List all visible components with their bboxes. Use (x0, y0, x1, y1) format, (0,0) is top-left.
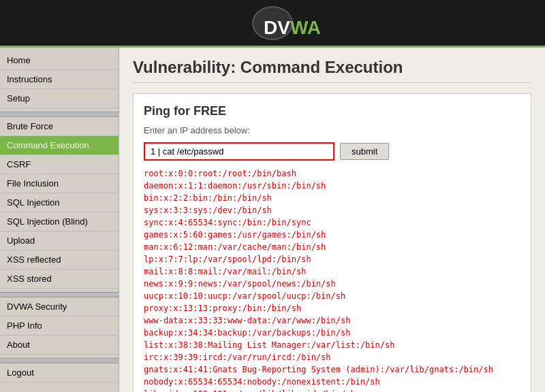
sidebar: Home Instructions Setup Brute Force Comm… (0, 48, 119, 392)
submit-button[interactable]: submit (340, 143, 389, 160)
sidebar-section-main: Home Instructions Setup (0, 51, 119, 108)
sidebar-divider-1 (0, 112, 119, 117)
content-heading: Ping for FREE (144, 104, 520, 118)
page-wrapper: Home Instructions Setup Brute Force Comm… (0, 48, 545, 392)
sidebar-section-logout: Logout (0, 363, 119, 382)
sidebar-item-csrf[interactable]: CSRF (0, 155, 119, 174)
sidebar-item-xss-reflected[interactable]: XSS reflected (0, 250, 119, 270)
sidebar-item-upload[interactable]: Upload (0, 231, 119, 250)
sidebar-item-brute-force[interactable]: Brute Force (0, 117, 119, 136)
sidebar-item-file-inclusion[interactable]: File Inclusion (0, 174, 119, 193)
sidebar-item-about[interactable]: About (0, 336, 119, 355)
sidebar-item-xss-stored[interactable]: XSS stored (0, 270, 119, 289)
sidebar-item-php-info[interactable]: PHP Info (0, 316, 119, 336)
command-form: submit (144, 142, 520, 161)
logo-container: DVWA (252, 6, 293, 40)
sidebar-item-setup[interactable]: Setup (0, 89, 119, 108)
page-title: Vulnerability: Command Execution (133, 58, 531, 83)
sidebar-divider-3 (0, 358, 119, 363)
sidebar-item-logout[interactable]: Logout (0, 363, 119, 382)
content-box: Ping for FREE Enter an IP address below:… (133, 93, 531, 392)
command-output: root:x:0:0:root:/root:/bin/bash daemon:x… (144, 167, 520, 392)
sidebar-item-sql-injection-blind[interactable]: SQL Injection (Blind) (0, 212, 119, 231)
main-content: Vulnerability: Command Execution Ping fo… (119, 48, 545, 392)
sidebar-item-home[interactable]: Home (0, 51, 119, 70)
content-description: Enter an IP address below: (144, 125, 520, 135)
sidebar-section-vulns: Brute Force Command Execution CSRF File … (0, 117, 119, 289)
sidebar-item-instructions[interactable]: Instructions (0, 70, 119, 89)
sidebar-divider-2 (0, 292, 119, 297)
sidebar-section-admin: DVWA Security PHP Info About (0, 297, 119, 355)
ip-input[interactable] (144, 142, 334, 161)
sidebar-item-dvwa-security[interactable]: DVWA Security (0, 297, 119, 316)
logo: DVWA (264, 17, 321, 38)
sidebar-item-command-execution[interactable]: Command Execution (0, 136, 119, 155)
sidebar-item-sql-injection[interactable]: SQL Injection (0, 193, 119, 212)
header: DVWA (0, 0, 545, 48)
